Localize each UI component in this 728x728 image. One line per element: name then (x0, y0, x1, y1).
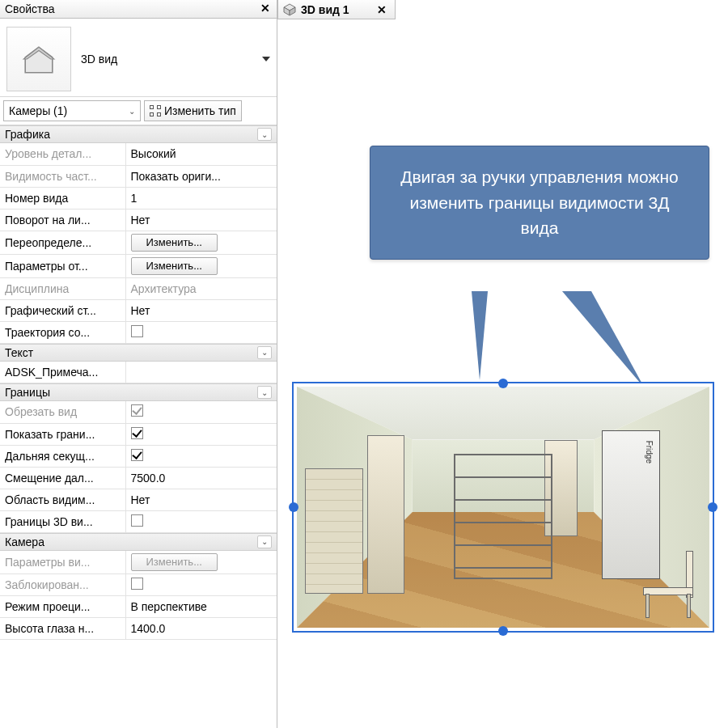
property-row: Показать грани... (0, 423, 277, 445)
type-label: 3D вид (81, 53, 257, 66)
group-title: Текст (5, 346, 33, 359)
group-header[interactable]: Камера⌄ (0, 533, 277, 551)
checkbox[interactable] (131, 578, 143, 590)
edit-type-button[interactable]: Изменить тип (144, 100, 242, 121)
instance-selector-label: Камеры (1) (9, 104, 67, 117)
property-value[interactable]: Нет (125, 299, 277, 321)
group-header[interactable]: Графика⌄ (0, 125, 277, 143)
viewport-3d[interactable] (297, 387, 709, 628)
tooltip-text: Двигая за ручки управления можно изменит… (400, 167, 679, 237)
property-value[interactable]: 1 (125, 187, 277, 209)
property-label: Параметры от... (0, 254, 125, 277)
property-row: Границы 3D ви... (0, 510, 277, 532)
property-value[interactable]: Изменить... (125, 551, 277, 574)
property-value[interactable]: 7500.0 (125, 467, 277, 489)
chevron-down-icon: ⌄ (129, 107, 135, 116)
property-label: Уровень детал... (0, 143, 125, 165)
type-dropdown[interactable]: 3D вид (81, 53, 270, 66)
property-label: Видимость част... (0, 165, 125, 187)
group-title: Камера (5, 535, 44, 548)
property-value[interactable]: Нет (125, 209, 277, 231)
property-label: Графический ст... (0, 299, 125, 321)
property-label: Высота глаза н... (0, 617, 125, 639)
property-row: Заблокирован... (0, 574, 277, 595)
property-label: Заблокирован... (0, 574, 125, 595)
callout-tail (562, 291, 659, 388)
crop-region[interactable] (292, 382, 714, 633)
panel-close-button[interactable]: ✕ (259, 2, 272, 15)
property-row: ДисциплинаАрхитектура (0, 277, 277, 299)
crop-handle-left[interactable] (289, 502, 298, 512)
property-row: Дальняя секущ... (0, 445, 277, 467)
property-value[interactable] (125, 321, 277, 343)
property-label: Показать грани... (0, 423, 125, 445)
property-row: Параметры ви...Изменить... (0, 551, 277, 574)
view-tab-label: 3D вид 1 (301, 3, 349, 16)
value-box[interactable] (131, 514, 143, 527)
property-value[interactable] (125, 574, 277, 595)
checkbox (131, 404, 143, 417)
property-label: ADSK_Примеча... (0, 362, 125, 383)
properties-panel: Свойства ✕ 3D вид Камеры (1) ⌄ Изменить … (0, 0, 277, 728)
panel-title: Свойства (5, 2, 54, 15)
group-title: Графика (5, 128, 50, 141)
checkbox[interactable] (131, 427, 143, 439)
house-icon (22, 42, 56, 76)
panel-header: Свойства ✕ (0, 0, 277, 19)
property-value[interactable]: Изменить... (125, 254, 277, 277)
property-row: Смещение дал...7500.0 (0, 467, 277, 489)
property-value[interactable]: Показать ориги... (125, 165, 277, 187)
crop-handle-right[interactable] (708, 502, 717, 512)
property-table: Уровень детал...ВысокийВидимость част...… (0, 143, 277, 344)
property-value[interactable]: Архитектура (125, 277, 277, 299)
type-thumbnail[interactable] (6, 27, 71, 91)
checkbox[interactable] (131, 449, 143, 461)
property-row: ADSK_Примеча... (0, 362, 277, 383)
edit-button[interactable]: Изменить... (131, 234, 218, 252)
property-table: Обрезать видПоказать грани...Дальняя сек… (0, 401, 277, 533)
view-tab[interactable]: 3D вид 1 ✕ (277, 0, 396, 19)
property-row: Видимость част...Показать ориги... (0, 165, 277, 187)
property-row: Графический ст...Нет (0, 299, 277, 321)
property-value[interactable] (125, 401, 277, 423)
property-value[interactable] (125, 445, 277, 467)
value-box[interactable] (131, 325, 143, 337)
property-label: Поворот на ли... (0, 209, 125, 231)
property-value[interactable]: Высокий (125, 143, 277, 165)
view-tab-close[interactable]: ✕ (377, 3, 387, 16)
callout-tail (472, 291, 488, 380)
property-label: Дальняя секущ... (0, 445, 125, 467)
property-value[interactable]: В перспективе (125, 595, 277, 617)
chevron-down-icon (262, 57, 270, 61)
collapse-icon[interactable]: ⌄ (257, 535, 272, 548)
collapse-icon[interactable]: ⌄ (257, 386, 272, 399)
crop-handle-top[interactable] (498, 379, 508, 388)
kitchen-scene (297, 387, 709, 628)
property-row: Параметры от...Изменить... (0, 254, 277, 277)
property-value[interactable]: Нет (125, 489, 277, 510)
instance-row: Камеры (1) ⌄ Изменить тип (0, 96, 277, 125)
property-label: Переопределе... (0, 231, 125, 254)
property-row: Номер вида1 (0, 187, 277, 209)
group-header[interactable]: Границы⌄ (0, 383, 277, 401)
property-row: Обрезать вид (0, 401, 277, 423)
collapse-icon[interactable]: ⌄ (257, 128, 272, 141)
property-value[interactable]: 1400.0 (125, 617, 277, 639)
property-value[interactable] (125, 510, 277, 532)
collapse-icon[interactable]: ⌄ (257, 346, 272, 359)
property-row: Уровень детал...Высокий (0, 143, 277, 165)
property-row: Высота глаза н...1400.0 (0, 617, 277, 639)
property-label: Границы 3D ви... (0, 510, 125, 532)
edit-button[interactable]: Изменить... (131, 257, 218, 275)
property-value[interactable] (125, 423, 277, 445)
crop-handle-bottom[interactable] (498, 626, 508, 636)
property-value[interactable] (125, 362, 277, 383)
edit-type-label: Изменить тип (164, 104, 236, 117)
group-header[interactable]: Текст⌄ (0, 344, 277, 362)
property-value[interactable]: Изменить... (125, 231, 277, 254)
instance-selector[interactable]: Камеры (1) ⌄ (3, 100, 141, 121)
property-label: Режим проеци... (0, 595, 125, 617)
chair (643, 551, 692, 618)
property-row: Траектория со... (0, 321, 277, 343)
property-label: Траектория со... (0, 321, 125, 343)
